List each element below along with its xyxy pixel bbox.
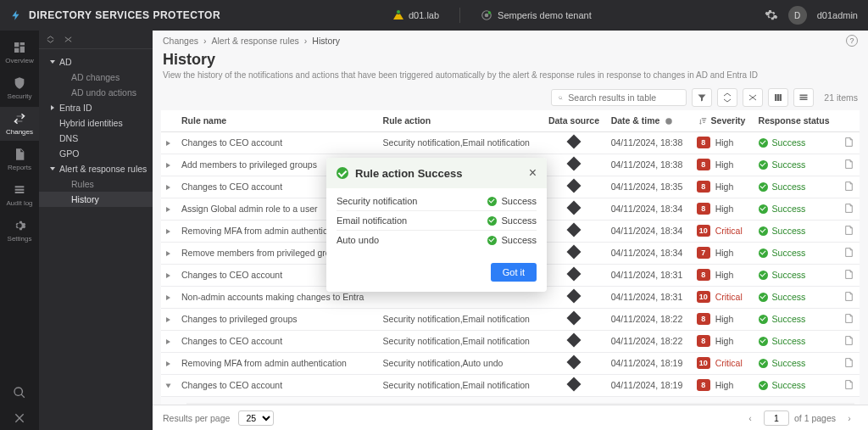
modal-footer: Got it [326,256,547,292]
modal-row: Auto undoSuccess [337,231,537,249]
modal-row: Email notificationSuccess [337,211,537,231]
modal-row-val: Success [487,235,537,245]
modal-row-val: Success [487,196,537,206]
modal-row-val: Success [487,215,537,226]
modal-overlay: Rule action Success × Security notificat… [0,0,868,430]
modal-header: Rule action Success × [326,158,547,188]
modal-row-key: Security notification [337,196,487,206]
modal-row-key: Email notification [337,215,487,226]
check-icon [487,216,497,226]
check-icon [487,236,497,245]
got-it-button[interactable]: Got it [491,263,537,282]
modal-row: Security notificationSuccess [337,192,537,211]
rule-action-modal: Rule action Success × Security notificat… [326,158,547,292]
modal-body: Security notificationSuccessEmail notifi… [326,188,547,256]
modal-close-button[interactable]: × [529,166,537,180]
modal-row-key: Auto undo [337,235,487,245]
check-icon [487,197,497,206]
modal-title: Rule action Success [355,167,462,180]
success-icon [337,167,348,179]
